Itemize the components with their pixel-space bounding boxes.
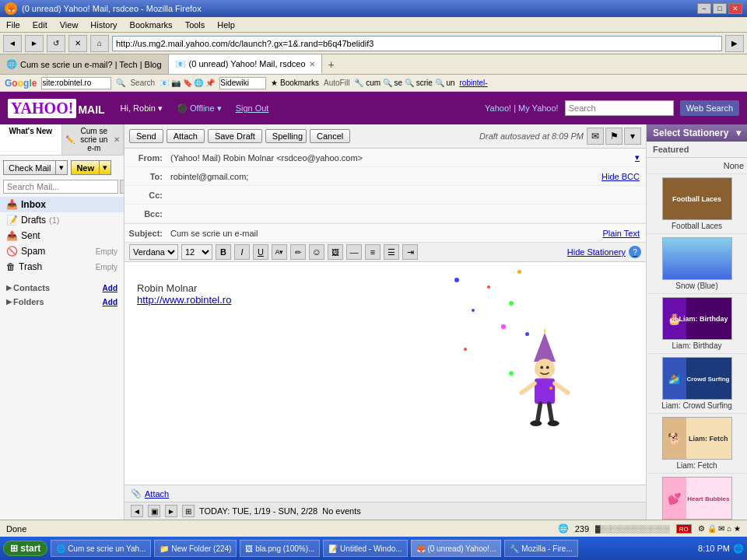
new-dropdown[interactable]: ▾ bbox=[99, 160, 111, 175]
bcc-value[interactable] bbox=[167, 212, 646, 215]
tab-new-button[interactable]: + bbox=[322, 54, 341, 74]
sidewiki-input[interactable] bbox=[219, 77, 266, 89]
search-mail-input[interactable] bbox=[3, 180, 118, 194]
more-icon[interactable]: ▾ bbox=[624, 128, 641, 145]
spam-empty[interactable]: Empty bbox=[96, 247, 117, 256]
check-mail-button[interactable]: Check Mail bbox=[3, 160, 55, 175]
robintel-link[interactable]: robintel- bbox=[460, 79, 488, 87]
stationery-snow-blue[interactable]: Snow (Blue) bbox=[647, 234, 747, 294]
taskbar-item-notepad[interactable]: 📝 Untitled - Windo... bbox=[323, 540, 407, 557]
to-value[interactable]: robintel@gmail.com; bbox=[167, 170, 595, 183]
menu-file[interactable]: File bbox=[3, 19, 23, 30]
address-bar[interactable] bbox=[112, 36, 722, 51]
menu-help[interactable]: Help bbox=[214, 19, 238, 30]
minimize-button[interactable]: − bbox=[697, 3, 711, 14]
plain-text-link[interactable]: Plain Text bbox=[597, 229, 647, 238]
help-icon[interactable]: ? bbox=[629, 246, 641, 258]
tab-blog[interactable]: 🌐 Cum se scrie un e-mail? | Tech | Blog bbox=[0, 54, 169, 74]
sidebar-spam[interactable]: 🚫 Spam Empty bbox=[0, 243, 124, 259]
menu-tools[interactable]: Tools bbox=[182, 19, 209, 30]
taskbar-item-folder[interactable]: 📁 New Folder (224) bbox=[154, 540, 237, 557]
maximize-button[interactable]: □ bbox=[713, 3, 727, 14]
italic-button[interactable]: I bbox=[234, 244, 250, 260]
yahoo-signout[interactable]: Sign Out bbox=[236, 103, 269, 113]
home-button[interactable]: ⌂ bbox=[90, 35, 109, 52]
sidebar-drafts[interactable]: 📝 Drafts (1) bbox=[0, 212, 124, 228]
hide-bcc-link[interactable]: Hide BCC bbox=[595, 172, 646, 181]
stationery-football-laces[interactable]: Football Laces Football Laces bbox=[647, 174, 747, 234]
sidebar-trash[interactable]: 🗑 Trash Empty bbox=[0, 259, 124, 275]
confetti-4 bbox=[517, 270, 521, 274]
menu-history[interactable]: History bbox=[87, 19, 120, 30]
forward-button[interactable]: ► bbox=[25, 35, 44, 52]
stationery-liam-birthday[interactable]: 🎂 Liam: Birthday Liam: Birthday bbox=[647, 294, 747, 354]
cum-tab[interactable]: ✏️ Cum se scrie un e-m ✕ bbox=[62, 124, 124, 155]
stationery-liam-hearts[interactable]: 💕 Heart Bubbles Liam: Heart Bubbles bbox=[647, 474, 747, 520]
cal-grid-button[interactable]: ⊞ bbox=[182, 505, 195, 517]
stationery-none[interactable]: None bbox=[647, 158, 747, 174]
send-button[interactable]: Send bbox=[129, 129, 163, 143]
attach-button[interactable]: Attach bbox=[167, 129, 205, 143]
spelling-button[interactable]: Spelling bbox=[265, 129, 307, 143]
new-button[interactable]: New bbox=[71, 160, 99, 175]
size-select[interactable]: 12 bbox=[181, 244, 212, 260]
subject-value[interactable]: Cum se scrie un e-mail bbox=[167, 227, 597, 240]
text-color-button[interactable]: A▾ bbox=[272, 244, 287, 260]
cum-tab-close[interactable]: ✕ bbox=[114, 135, 120, 144]
tab-yahoo-close[interactable]: ✕ bbox=[309, 60, 315, 68]
stationery-liam-crowd[interactable]: 🏄 Crowd Surfing Liam: Crowd Surfing bbox=[647, 354, 747, 414]
stationery-liam-fetch[interactable]: 🐕 Liam: Fetch Liam: Fetch bbox=[647, 414, 747, 474]
image-button[interactable]: 🖼 bbox=[328, 244, 343, 260]
close-button[interactable]: ✕ bbox=[728, 3, 742, 14]
sidebar-sent[interactable]: 📤 Sent bbox=[0, 228, 124, 243]
folders-add[interactable]: Add bbox=[103, 298, 117, 306]
web-search-button[interactable]: Web Search bbox=[680, 100, 739, 116]
menu-view[interactable]: View bbox=[57, 19, 82, 30]
align-button[interactable]: ≡ bbox=[365, 244, 381, 260]
menu-edit[interactable]: Edit bbox=[30, 19, 51, 30]
save-draft-button[interactable]: Save Draft bbox=[208, 129, 262, 143]
taskbar-item-image[interactable]: 🖼 bla.png (100%)... bbox=[240, 540, 320, 557]
stop-button[interactable]: ✕ bbox=[68, 35, 87, 52]
flag-icon[interactable]: ⚑ bbox=[605, 128, 622, 145]
google-search-input[interactable] bbox=[41, 77, 111, 89]
whats-new-tab[interactable]: What's New bbox=[0, 124, 62, 155]
bold-button[interactable]: B bbox=[216, 244, 231, 260]
emoji-button[interactable]: ☺ bbox=[309, 244, 324, 260]
tab-yahoo-mail[interactable]: 📧 (0 unread) Yahoo! Mail, rsdceo ✕ bbox=[169, 54, 322, 74]
menu-bookmarks[interactable]: Bookmarks bbox=[127, 19, 176, 30]
attach-label[interactable]: Attach bbox=[145, 489, 169, 499]
folders-header[interactable]: ▶ Folders Add bbox=[0, 295, 124, 309]
go-button[interactable]: ▶ bbox=[725, 35, 744, 52]
yahoo-search-input[interactable] bbox=[565, 100, 674, 116]
cancel-button[interactable]: Cancel bbox=[310, 129, 350, 143]
taskbar-item-blog[interactable]: 🌐 Cum se scrie un Yah... bbox=[51, 540, 151, 557]
compose-body[interactable]: Robin Molnar http://www.robintel.ro bbox=[124, 262, 646, 485]
signature-link[interactable]: http://www.robintel.ro bbox=[137, 294, 231, 306]
hr-button[interactable]: — bbox=[346, 244, 362, 260]
underline-button[interactable]: U bbox=[253, 244, 268, 260]
indent-button[interactable]: ⇥ bbox=[402, 244, 418, 260]
check-mail-dropdown[interactable]: ▾ bbox=[55, 160, 68, 175]
sidebar-inbox[interactable]: 📥 Inbox bbox=[0, 197, 124, 212]
back-button[interactable]: ◄ bbox=[3, 35, 22, 52]
from-dropdown[interactable]: ▾ bbox=[629, 152, 646, 163]
font-select[interactable]: Verdana bbox=[129, 244, 178, 260]
highlight-button[interactable]: ✏ bbox=[290, 244, 306, 260]
reload-button[interactable]: ↺ bbox=[47, 35, 65, 52]
start-button[interactable]: ⊞ start bbox=[3, 541, 47, 556]
hide-stationery-link[interactable]: Hide Stationery ? bbox=[567, 246, 641, 258]
stationery-header[interactable]: Select Stationery ▾ bbox=[647, 124, 747, 142]
cal-next-button[interactable]: ► bbox=[165, 505, 177, 517]
list-button[interactable]: ☰ bbox=[384, 244, 399, 260]
trash-empty[interactable]: Empty bbox=[96, 263, 117, 271]
yahoo-status[interactable]: ⚫ Offline ▾ bbox=[177, 103, 222, 114]
envelope-icon[interactable]: ✉ bbox=[587, 128, 604, 145]
contacts-header[interactable]: ▶ Contacts Add bbox=[0, 281, 124, 295]
cal-prev-button[interactable]: ◄ bbox=[131, 505, 143, 517]
taskbar-item-yahoo[interactable]: 🦊 (0 unread) Yahoo!... bbox=[411, 540, 502, 557]
cc-value[interactable] bbox=[167, 194, 646, 197]
cal-nav-month[interactable]: ▣ bbox=[148, 505, 160, 517]
taskbar-item-mozilla[interactable]: 🔧 Mozilla - Fire... bbox=[504, 540, 577, 557]
contacts-add[interactable]: Add bbox=[103, 284, 117, 292]
